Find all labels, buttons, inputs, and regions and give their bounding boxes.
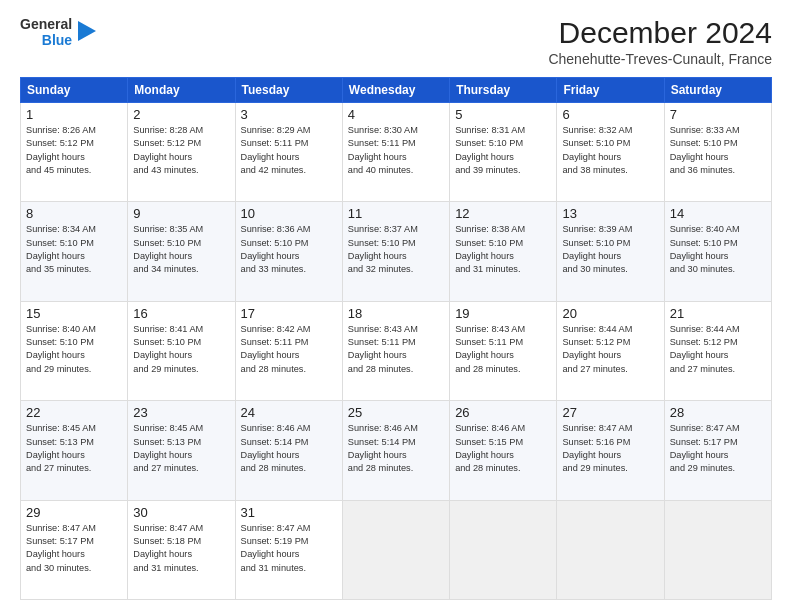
table-row: 20 Sunrise: 8:44 AM Sunset: 5:12 PM Dayl… — [557, 301, 664, 400]
calendar-week-5: 29 Sunrise: 8:47 AM Sunset: 5:17 PM Dayl… — [21, 500, 772, 599]
day-number: 24 — [241, 405, 337, 420]
day-number: 4 — [348, 107, 444, 122]
cell-content: Sunrise: 8:43 AM Sunset: 5:11 PM Dayligh… — [455, 323, 551, 376]
logo-blue: Blue — [42, 32, 72, 48]
header: General Blue December 2024 Chenehutte-Tr… — [20, 16, 772, 67]
col-wednesday: Wednesday — [342, 78, 449, 103]
calendar-header-row: Sunday Monday Tuesday Wednesday Thursday… — [21, 78, 772, 103]
cell-content: Sunrise: 8:47 AM Sunset: 5:18 PM Dayligh… — [133, 522, 229, 575]
cell-content: Sunrise: 8:43 AM Sunset: 5:11 PM Dayligh… — [348, 323, 444, 376]
table-row: 19 Sunrise: 8:43 AM Sunset: 5:11 PM Dayl… — [450, 301, 557, 400]
table-row: 9 Sunrise: 8:35 AM Sunset: 5:10 PM Dayli… — [128, 202, 235, 301]
cell-content: Sunrise: 8:38 AM Sunset: 5:10 PM Dayligh… — [455, 223, 551, 276]
table-row: 16 Sunrise: 8:41 AM Sunset: 5:10 PM Dayl… — [128, 301, 235, 400]
day-number: 8 — [26, 206, 122, 221]
day-number: 31 — [241, 505, 337, 520]
cell-content: Sunrise: 8:37 AM Sunset: 5:10 PM Dayligh… — [348, 223, 444, 276]
cell-content: Sunrise: 8:40 AM Sunset: 5:10 PM Dayligh… — [26, 323, 122, 376]
table-row: 12 Sunrise: 8:38 AM Sunset: 5:10 PM Dayl… — [450, 202, 557, 301]
table-row: 25 Sunrise: 8:46 AM Sunset: 5:14 PM Dayl… — [342, 401, 449, 500]
col-sunday: Sunday — [21, 78, 128, 103]
calendar-week-4: 22 Sunrise: 8:45 AM Sunset: 5:13 PM Dayl… — [21, 401, 772, 500]
logo-arrow-icon — [78, 21, 96, 41]
col-saturday: Saturday — [664, 78, 771, 103]
table-row: 1 Sunrise: 8:26 AM Sunset: 5:12 PM Dayli… — [21, 103, 128, 202]
col-thursday: Thursday — [450, 78, 557, 103]
cell-content: Sunrise: 8:35 AM Sunset: 5:10 PM Dayligh… — [133, 223, 229, 276]
day-number: 6 — [562, 107, 658, 122]
col-friday: Friday — [557, 78, 664, 103]
day-number: 15 — [26, 306, 122, 321]
table-row — [664, 500, 771, 599]
calendar-week-2: 8 Sunrise: 8:34 AM Sunset: 5:10 PM Dayli… — [21, 202, 772, 301]
day-number: 12 — [455, 206, 551, 221]
table-row: 15 Sunrise: 8:40 AM Sunset: 5:10 PM Dayl… — [21, 301, 128, 400]
table-row: 24 Sunrise: 8:46 AM Sunset: 5:14 PM Dayl… — [235, 401, 342, 500]
cell-content: Sunrise: 8:47 AM Sunset: 5:19 PM Dayligh… — [241, 522, 337, 575]
cell-content: Sunrise: 8:47 AM Sunset: 5:17 PM Dayligh… — [670, 422, 766, 475]
table-row: 28 Sunrise: 8:47 AM Sunset: 5:17 PM Dayl… — [664, 401, 771, 500]
cell-content: Sunrise: 8:46 AM Sunset: 5:14 PM Dayligh… — [241, 422, 337, 475]
table-row: 29 Sunrise: 8:47 AM Sunset: 5:17 PM Dayl… — [21, 500, 128, 599]
cell-content: Sunrise: 8:36 AM Sunset: 5:10 PM Dayligh… — [241, 223, 337, 276]
main-title: December 2024 — [548, 16, 772, 49]
cell-content: Sunrise: 8:32 AM Sunset: 5:10 PM Dayligh… — [562, 124, 658, 177]
table-row: 5 Sunrise: 8:31 AM Sunset: 5:10 PM Dayli… — [450, 103, 557, 202]
day-number: 29 — [26, 505, 122, 520]
table-row — [557, 500, 664, 599]
table-row: 2 Sunrise: 8:28 AM Sunset: 5:12 PM Dayli… — [128, 103, 235, 202]
calendar-week-1: 1 Sunrise: 8:26 AM Sunset: 5:12 PM Dayli… — [21, 103, 772, 202]
table-row: 23 Sunrise: 8:45 AM Sunset: 5:13 PM Dayl… — [128, 401, 235, 500]
day-number: 16 — [133, 306, 229, 321]
day-number: 27 — [562, 405, 658, 420]
day-number: 2 — [133, 107, 229, 122]
table-row: 31 Sunrise: 8:47 AM Sunset: 5:19 PM Dayl… — [235, 500, 342, 599]
table-row: 10 Sunrise: 8:36 AM Sunset: 5:10 PM Dayl… — [235, 202, 342, 301]
table-row: 13 Sunrise: 8:39 AM Sunset: 5:10 PM Dayl… — [557, 202, 664, 301]
table-row: 17 Sunrise: 8:42 AM Sunset: 5:11 PM Dayl… — [235, 301, 342, 400]
cell-content: Sunrise: 8:46 AM Sunset: 5:14 PM Dayligh… — [348, 422, 444, 475]
table-row: 18 Sunrise: 8:43 AM Sunset: 5:11 PM Dayl… — [342, 301, 449, 400]
cell-content: Sunrise: 8:41 AM Sunset: 5:10 PM Dayligh… — [133, 323, 229, 376]
day-number: 7 — [670, 107, 766, 122]
page: General Blue December 2024 Chenehutte-Tr… — [0, 0, 792, 612]
title-block: December 2024 Chenehutte-Treves-Cunault,… — [548, 16, 772, 67]
cell-content: Sunrise: 8:42 AM Sunset: 5:11 PM Dayligh… — [241, 323, 337, 376]
day-number: 1 — [26, 107, 122, 122]
day-number: 28 — [670, 405, 766, 420]
table-row — [450, 500, 557, 599]
day-number: 25 — [348, 405, 444, 420]
day-number: 20 — [562, 306, 658, 321]
col-tuesday: Tuesday — [235, 78, 342, 103]
day-number: 14 — [670, 206, 766, 221]
day-number: 10 — [241, 206, 337, 221]
cell-content: Sunrise: 8:45 AM Sunset: 5:13 PM Dayligh… — [26, 422, 122, 475]
table-row: 8 Sunrise: 8:34 AM Sunset: 5:10 PM Dayli… — [21, 202, 128, 301]
cell-content: Sunrise: 8:46 AM Sunset: 5:15 PM Dayligh… — [455, 422, 551, 475]
day-number: 23 — [133, 405, 229, 420]
day-number: 22 — [26, 405, 122, 420]
day-number: 19 — [455, 306, 551, 321]
table-row — [342, 500, 449, 599]
table-row: 27 Sunrise: 8:47 AM Sunset: 5:16 PM Dayl… — [557, 401, 664, 500]
cell-content: Sunrise: 8:29 AM Sunset: 5:11 PM Dayligh… — [241, 124, 337, 177]
day-number: 3 — [241, 107, 337, 122]
table-row: 26 Sunrise: 8:46 AM Sunset: 5:15 PM Dayl… — [450, 401, 557, 500]
logo: General Blue — [20, 16, 96, 48]
table-row: 22 Sunrise: 8:45 AM Sunset: 5:13 PM Dayl… — [21, 401, 128, 500]
cell-content: Sunrise: 8:44 AM Sunset: 5:12 PM Dayligh… — [562, 323, 658, 376]
table-row: 30 Sunrise: 8:47 AM Sunset: 5:18 PM Dayl… — [128, 500, 235, 599]
cell-content: Sunrise: 8:30 AM Sunset: 5:11 PM Dayligh… — [348, 124, 444, 177]
cell-content: Sunrise: 8:31 AM Sunset: 5:10 PM Dayligh… — [455, 124, 551, 177]
cell-content: Sunrise: 8:33 AM Sunset: 5:10 PM Dayligh… — [670, 124, 766, 177]
day-number: 18 — [348, 306, 444, 321]
cell-content: Sunrise: 8:28 AM Sunset: 5:12 PM Dayligh… — [133, 124, 229, 177]
cell-content: Sunrise: 8:34 AM Sunset: 5:10 PM Dayligh… — [26, 223, 122, 276]
cell-content: Sunrise: 8:44 AM Sunset: 5:12 PM Dayligh… — [670, 323, 766, 376]
table-row: 7 Sunrise: 8:33 AM Sunset: 5:10 PM Dayli… — [664, 103, 771, 202]
day-number: 11 — [348, 206, 444, 221]
calendar-table: Sunday Monday Tuesday Wednesday Thursday… — [20, 77, 772, 600]
cell-content: Sunrise: 8:39 AM Sunset: 5:10 PM Dayligh… — [562, 223, 658, 276]
table-row: 6 Sunrise: 8:32 AM Sunset: 5:10 PM Dayli… — [557, 103, 664, 202]
subtitle: Chenehutte-Treves-Cunault, France — [548, 51, 772, 67]
